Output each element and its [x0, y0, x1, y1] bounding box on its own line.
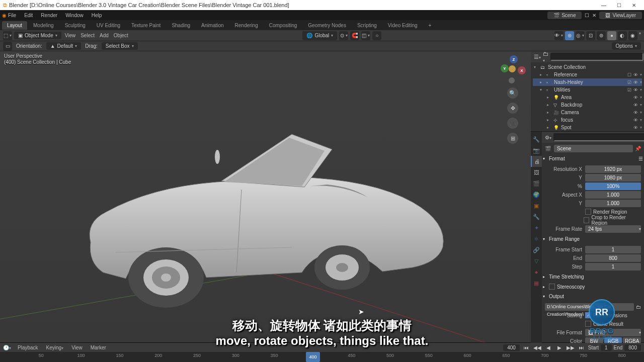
shading-options[interactable]: ▾ — [639, 31, 641, 40]
prop-tab-data[interactable]: ▽ — [531, 255, 542, 266]
prop-tab-world[interactable]: 🌍 — [531, 189, 542, 200]
menu-help[interactable]: Help — [90, 12, 104, 19]
xray-button[interactable]: ⊡ — [586, 31, 595, 40]
transform-orientation-dropdown[interactable]: ▲ Default▾ — [46, 42, 82, 50]
stereo-checkbox[interactable] — [549, 284, 555, 290]
minimize-button[interactable]: — — [597, 1, 611, 10]
prop-type-icon[interactable]: ⚙▾ — [545, 135, 551, 140]
prop-tab-scene[interactable]: 🎬 — [531, 178, 542, 189]
outliner-item-reference[interactable]: ▸▫ Reference ☐👁▾ — [533, 71, 642, 78]
play-reverse-button[interactable]: ◀ — [544, 343, 553, 351]
orientation-dropdown[interactable]: 🌐 Global▾ — [302, 31, 337, 40]
menu-window[interactable]: Window — [64, 12, 85, 19]
move-view-button[interactable]: ✥ — [507, 103, 518, 114]
viewport-3d[interactable]: User Perspective (400) Scene Collection … — [0, 51, 531, 342]
resolution-y-field[interactable]: 1080 px — [585, 174, 641, 182]
tab-scripting[interactable]: Scripting — [352, 21, 382, 30]
proportional-edit[interactable]: ○ — [372, 31, 381, 40]
zoom-button[interactable]: 🔍 — [507, 87, 518, 99]
timeline-type-icon[interactable]: 🕐▾ — [3, 345, 11, 350]
prop-tab-tool[interactable]: 🔧 — [531, 134, 542, 145]
gizmo-button[interactable]: ⊕ — [565, 31, 574, 40]
axis-y[interactable]: Y — [501, 64, 509, 72]
jump-end-button[interactable]: ⏭ — [577, 343, 586, 351]
current-frame-field[interactable]: 400 — [503, 344, 520, 351]
play-button[interactable]: ▶ — [555, 343, 564, 351]
properties-search-input[interactable] — [553, 133, 644, 141]
drag-dropdown[interactable]: Select Box▾ — [102, 42, 138, 50]
menu-file[interactable]: File — [7, 12, 18, 19]
prop-tab-render[interactable]: 📷 — [531, 145, 542, 156]
timeline-track[interactable]: 50 100 150 200 250 300 350 400 450 500 5… — [0, 352, 644, 362]
croprender-checkbox[interactable] — [584, 217, 590, 223]
tab-layout[interactable]: Layout — [2, 21, 27, 30]
tab-uvediting[interactable]: UV Editing — [92, 21, 125, 30]
tool-select[interactable]: ▭ — [3, 42, 12, 51]
prop-tab-object[interactable]: ▣ — [531, 200, 542, 211]
tl-view-menu[interactable]: View — [70, 344, 84, 351]
shading-wire[interactable]: ⊚ — [597, 31, 606, 40]
prop-tab-modifier[interactable]: 🔧 — [531, 211, 542, 222]
framerate-dropdown[interactable]: 24 fps▾ — [585, 225, 641, 233]
shading-matprev[interactable]: ◐ — [618, 31, 627, 40]
frame-end-field[interactable]: 800 — [585, 254, 641, 262]
outliner-display-icon[interactable]: 🗀▾ — [543, 51, 548, 63]
view-menu[interactable]: View — [63, 32, 77, 39]
tab-compositing[interactable]: Compositing — [264, 21, 302, 30]
axis-widget[interactable]: Y X Z — [499, 55, 527, 83]
object-menu[interactable]: Object — [112, 32, 130, 39]
scene-name-field[interactable]: Scene — [554, 145, 633, 152]
snap-options[interactable]: ◫▾ — [361, 31, 370, 40]
scene-delete-button[interactable]: ✕ — [592, 13, 596, 18]
next-key-button[interactable]: ▶▶ — [566, 343, 575, 351]
axis-neg[interactable] — [509, 77, 515, 83]
outliner-item-area[interactable]: ▸💡 Area 👁▾ — [533, 94, 642, 101]
tab-geonodes[interactable]: Geometry Nodes — [303, 21, 351, 30]
viewlayer-selector[interactable]: 🖼 ViewLayer — [599, 12, 642, 19]
maximize-button[interactable]: ☐ — [612, 1, 626, 10]
outliner-item-backdrop[interactable]: ▸▽ Backdrop 👁▾ — [533, 101, 642, 109]
scene-selector[interactable]: 🎬 Scene — [547, 12, 582, 19]
prev-key-button[interactable]: ◀◀ — [533, 343, 542, 351]
axis-z[interactable]: Z — [510, 55, 518, 63]
outliner-item-utilities[interactable]: ▾▫ Utilities ☑👁▾ — [533, 86, 642, 94]
outliner-search-input[interactable] — [550, 53, 643, 61]
panel-framerange-header[interactable]: ▾Frame Range — [542, 234, 644, 244]
tl-end-field[interactable]: 800 — [624, 344, 641, 351]
folder-icon[interactable]: 🗀 — [636, 304, 641, 310]
select-menu[interactable]: Select — [79, 32, 96, 39]
tab-animation[interactable]: Animation — [196, 21, 228, 30]
panel-format-header[interactable]: ▾Format☰ — [542, 154, 644, 163]
frame-start-field[interactable]: 1 — [585, 246, 641, 253]
shading-rendered[interactable]: ◉ — [628, 31, 637, 40]
tab-videoediting[interactable]: Video Editing — [383, 21, 423, 30]
overlay-button[interactable]: ◎▾ — [576, 31, 585, 40]
outliner-item-spot[interactable]: ▸💡 Spot 👁▾ — [533, 124, 642, 131]
pin-icon[interactable]: 📌 — [635, 146, 641, 151]
timeline-playhead[interactable]: 400 — [306, 352, 320, 362]
tl-marker-menu[interactable]: Marker — [89, 344, 108, 351]
resolution-x-field[interactable]: 1920 px — [585, 165, 641, 173]
renderregion-checkbox[interactable] — [585, 209, 591, 215]
tab-shading[interactable]: Shading — [167, 21, 195, 30]
mode-dropdown[interactable]: ▣ Object Mode▾ — [14, 32, 61, 39]
shading-solid[interactable]: ● — [607, 31, 616, 40]
prop-tab-constraint[interactable]: 🔗 — [531, 244, 542, 255]
tab-texturepaint[interactable]: Texture Paint — [126, 21, 166, 30]
menu-render[interactable]: Render — [39, 12, 59, 19]
outliner-item-nashhealey[interactable]: ▸▫ Nash-Healey ☑👁▾ — [533, 78, 642, 86]
perspective-button[interactable]: ⊞ — [507, 133, 518, 144]
tab-sculpting[interactable]: Sculpting — [60, 21, 91, 30]
scene-new-button[interactable]: ☐ — [585, 13, 589, 18]
prop-tab-particle[interactable]: ✦ — [531, 222, 542, 233]
tab-add[interactable]: + — [424, 21, 437, 30]
prop-tab-material[interactable]: ● — [531, 266, 542, 278]
tab-rendering[interactable]: Rendering — [230, 21, 263, 30]
prop-tab-physics[interactable]: ⚛ — [531, 233, 542, 244]
axis-x[interactable]: X — [518, 66, 526, 74]
options-dropdown[interactable]: Options▾ — [612, 42, 641, 50]
outliner-item-focus[interactable]: ▸⊹ focus 👁▾ — [533, 116, 642, 124]
pivot-button[interactable]: ⊙▾ — [339, 31, 348, 40]
prop-tab-texture[interactable]: ▦ — [531, 278, 542, 289]
prop-tab-output[interactable]: 🖨 — [531, 156, 542, 167]
